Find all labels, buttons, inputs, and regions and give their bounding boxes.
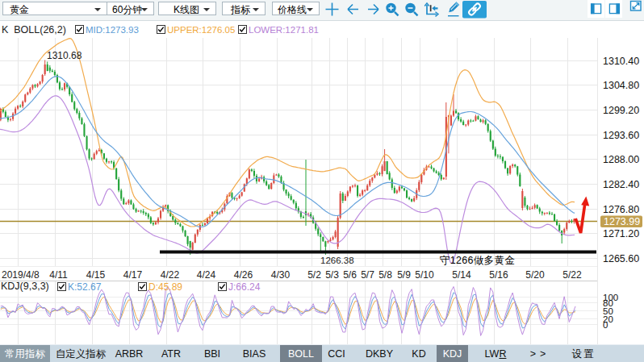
svg-text:2019/4/8: 2019/4/8: [2, 269, 40, 281]
svg-text:5/9: 5/9: [397, 269, 411, 281]
svg-text:5/3: 5/3: [325, 269, 339, 281]
svg-text:1271.20: 1271.20: [603, 228, 639, 239]
svg-text:1282.40: 1282.40: [603, 179, 639, 190]
svg-text:1266.38: 1266.38: [320, 256, 354, 265]
svg-text:4/26: 4/26: [234, 269, 253, 281]
svg-text:5/6: 5/6: [343, 269, 357, 281]
svg-text:1276.80: 1276.80: [603, 204, 639, 215]
svg-text:1310.40: 1310.40: [603, 56, 639, 67]
svg-text:1310.68: 1310.68: [47, 50, 82, 61]
svg-text:1288.00: 1288.00: [603, 154, 639, 165]
svg-text:0: 0: [603, 320, 608, 330]
svg-text:4/22: 4/22: [161, 269, 180, 281]
svg-text:5/2: 5/2: [307, 269, 321, 281]
svg-text:5/7: 5/7: [361, 269, 374, 281]
svg-text:5/10: 5/10: [415, 269, 434, 281]
svg-text:4/11: 4/11: [49, 269, 68, 281]
svg-text:守1266做多黄金: 守1266做多黄金: [440, 255, 515, 266]
svg-text:5/22: 5/22: [562, 269, 582, 281]
svg-text:4/30: 4/30: [271, 269, 291, 281]
svg-text:1293.60: 1293.60: [603, 130, 639, 141]
svg-text:5/20: 5/20: [525, 269, 545, 281]
svg-text:5/14: 5/14: [452, 269, 471, 281]
svg-text:1265.60: 1265.60: [603, 253, 639, 264]
svg-text:1273.99: 1273.99: [604, 216, 640, 227]
svg-text:4/17: 4/17: [123, 269, 143, 281]
svg-text:1299.20: 1299.20: [603, 105, 639, 116]
svg-text:4/15: 4/15: [86, 269, 106, 281]
svg-text:5/16: 5/16: [489, 269, 508, 281]
svg-text:5/8: 5/8: [378, 269, 392, 281]
svg-text:1304.80: 1304.80: [603, 80, 639, 91]
svg-text:4/24: 4/24: [197, 269, 216, 281]
